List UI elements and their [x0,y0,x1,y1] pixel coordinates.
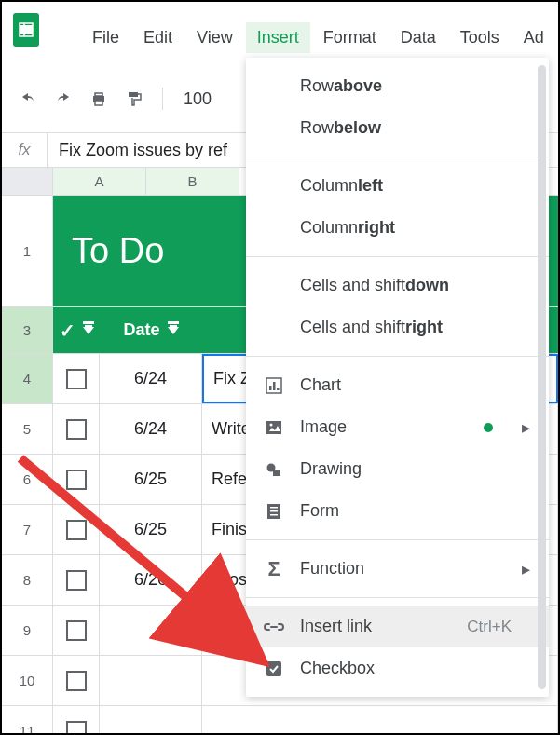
row-header-11[interactable]: 11 [2,706,53,735]
toolbar: 100 [13,84,219,114]
svg-rect-11 [277,388,280,390]
image-icon [263,416,285,439]
date-cell[interactable]: 6/26 [100,555,202,605]
date-cell[interactable] [100,706,202,735]
date-header[interactable]: Date [100,307,202,353]
row-header-8[interactable]: 8 [2,555,53,605]
svg-rect-21 [266,661,281,676]
checkbox-icon[interactable] [66,570,87,591]
filter-icon[interactable] [83,327,94,334]
menu-cells-shift-right[interactable]: Cells and shift right [246,306,549,348]
menu-row-above[interactable]: Row above [246,65,549,107]
col-right-prefix: Column [300,218,358,238]
menu-insert[interactable]: Insert [246,22,310,53]
date-cell[interactable]: 6/25 [100,455,202,504]
row-header-1[interactable]: 1 [2,196,53,306]
insert-link-label: Insert link [300,617,372,636]
checkbox-cell[interactable] [53,354,100,403]
zoom-selector[interactable]: 100 [176,89,219,109]
row-header-4[interactable]: 4 [2,354,53,403]
row-header-3[interactable]: 3 [2,307,53,353]
checkbox-icon[interactable] [66,520,87,540]
toolbar-separator [162,88,163,110]
svg-rect-10 [273,382,276,390]
row-header-9[interactable]: 9 [2,606,53,655]
chart-icon [263,374,285,397]
checkbox-icon[interactable] [66,369,87,389]
date-header-label: Date [123,320,159,340]
formula-input[interactable]: Fix Zoom issues by ref [48,141,227,160]
checkbox-icon[interactable] [66,721,87,736]
checkbox-cell[interactable] [53,404,100,454]
checkbox-cell[interactable] [53,505,100,554]
menu-chart[interactable]: Chart [246,364,549,406]
menu-separator [246,157,549,157]
menu-tools[interactable]: Tools [449,22,511,53]
menu-data[interactable]: Data [389,22,447,53]
menu-separator [246,256,549,257]
menu-checkbox[interactable]: Checkbox [246,647,549,689]
col-left-bold: left [358,176,383,196]
date-cell[interactable] [100,606,202,655]
svg-rect-7 [129,92,138,97]
function-icon: Σ [263,558,285,580]
row-header-7[interactable]: 7 [2,505,53,554]
scrollbar[interactable] [538,65,546,689]
column-header-a[interactable]: A [53,168,146,195]
date-cell[interactable]: 6/24 [100,354,202,403]
new-feature-dot [484,423,493,432]
menu-function[interactable]: Σ Function ▸ [246,548,549,590]
row-header-6[interactable]: 6 [2,455,53,504]
checkbox-icon[interactable] [66,470,87,490]
submenu-arrow-icon: ▸ [522,559,530,579]
form-label: Form [300,501,339,521]
row-header-5[interactable]: 5 [2,404,53,454]
checkbox-icon[interactable] [66,419,87,440]
checkbox-cell[interactable] [53,606,100,655]
menu-edit[interactable]: Edit [132,22,184,53]
filter-icon[interactable] [168,327,179,334]
checkbox-icon[interactable] [66,671,87,691]
check-header[interactable]: ✓ [53,307,100,353]
date-cell[interactable]: 6/25 [100,505,202,554]
menu-insert-link[interactable]: Insert link Ctrl+K [246,606,549,647]
menu-row-below[interactable]: Row below [246,107,549,149]
menu-image[interactable]: Image ▸ [246,406,549,448]
print-icon[interactable] [84,84,114,114]
redo-icon[interactable] [48,84,78,114]
fx-label[interactable]: fx [2,141,47,159]
paint-format-icon[interactable] [119,84,149,114]
menu-column-left[interactable]: Column left [246,165,549,207]
row-below-bold: below [334,118,381,138]
menu-form[interactable]: Form [246,490,549,532]
menu-bar: File Edit View Insert Format Data Tools … [81,22,555,53]
sheets-logo[interactable] [13,13,39,47]
date-cell[interactable] [100,656,202,705]
checkbox-cell[interactable] [53,706,100,735]
task-cell[interactable] [202,706,558,735]
menu-drawing[interactable]: Drawing [246,448,549,490]
checkbox-icon[interactable] [66,620,87,641]
menu-format[interactable]: Format [312,22,388,53]
row-header-10[interactable]: 10 [2,656,53,705]
date-cell[interactable]: 6/24 [100,404,202,454]
checkbox-cell[interactable] [53,455,100,504]
column-header-b[interactable]: B [146,168,239,195]
checkbox-cell[interactable] [53,656,100,705]
menu-view[interactable]: View [185,22,244,53]
menu-column-right[interactable]: Column right [246,207,549,249]
select-all-corner[interactable] [2,168,53,195]
checkbox-cell[interactable] [53,555,100,605]
col-left-prefix: Column [300,176,358,196]
menu-file[interactable]: File [81,22,130,53]
row-below-prefix: Row [300,118,334,138]
row-above-prefix: Row [300,76,334,96]
menu-addons[interactable]: Ad [512,22,555,53]
undo-icon[interactable] [13,84,43,114]
menu-cells-shift-down[interactable]: Cells and shift down [246,265,549,306]
submenu-arrow-icon: ▸ [522,417,530,438]
svg-rect-5 [95,93,102,96]
svg-rect-9 [269,386,272,390]
checkmark-icon: ✓ [60,320,75,342]
svg-rect-19 [270,510,278,512]
